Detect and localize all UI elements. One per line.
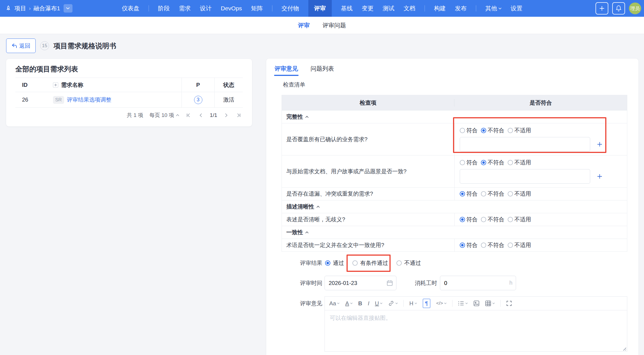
back-button[interactable]: 返回 bbox=[6, 39, 36, 53]
table-button[interactable] bbox=[485, 300, 495, 306]
checklist-row: 表述是否清晰，无歧义? 符合 不符合 不适用 bbox=[282, 213, 627, 226]
column-header-priority[interactable]: P bbox=[181, 78, 214, 92]
review-date-input[interactable] bbox=[325, 276, 396, 290]
radio-conform[interactable]: 符合 bbox=[460, 241, 478, 249]
nav-item-other[interactable]: 其他 bbox=[485, 0, 502, 17]
checklist-section-consistency[interactable]: 一致性 bbox=[282, 226, 627, 239]
radio-not-applicable[interactable]: 不适用 bbox=[508, 190, 531, 198]
conform-radio-group: 符合 不符合 不适用 bbox=[460, 159, 627, 166]
radio-not-conform[interactable]: 不符合 bbox=[481, 241, 504, 249]
radio-conform[interactable]: 符合 bbox=[460, 127, 478, 134]
add-note-button[interactable] bbox=[596, 141, 603, 148]
radio-pass[interactable]: 通过 bbox=[325, 259, 344, 267]
radio-not-applicable[interactable]: 不适用 bbox=[508, 127, 531, 134]
main-menu: 仪表盘 阶段 需求 设计 DevOps 矩阵 交付物 评审 基线 变更 测试 文… bbox=[122, 0, 522, 17]
nav-item-release[interactable]: 发布 bbox=[455, 0, 467, 17]
bold-button[interactable]: B bbox=[358, 300, 362, 307]
nav-item-build[interactable]: 构建 bbox=[434, 0, 446, 17]
image-button[interactable] bbox=[473, 300, 480, 306]
radio-not-applicable[interactable]: 不适用 bbox=[508, 216, 531, 223]
issue-note-input[interactable] bbox=[460, 169, 590, 184]
heading-button[interactable]: H bbox=[409, 300, 417, 307]
checklist-section-completeness[interactable]: 完整性 bbox=[282, 110, 627, 123]
tab-review-opinion[interactable]: 评审意见 bbox=[275, 65, 298, 76]
pagination-total: 共 1 项 bbox=[127, 112, 143, 119]
last-page-button[interactable] bbox=[236, 112, 242, 118]
nav-item-stage[interactable]: 阶段 bbox=[158, 0, 170, 17]
checklist-section-clarity[interactable]: 描述清晰性 bbox=[282, 200, 627, 213]
tab-issue-list[interactable]: 问题列表 bbox=[311, 65, 334, 76]
font-size-button[interactable]: Aa bbox=[329, 300, 340, 307]
review-opinion-row: 评审意见 Aa A B I U bbox=[266, 296, 627, 352]
radio-not-conform[interactable]: 不符合 bbox=[481, 216, 504, 223]
expand-all-icon[interactable] bbox=[53, 82, 58, 88]
nav-item-design[interactable]: 设计 bbox=[200, 0, 212, 17]
radio-not-conform[interactable]: 不符合 bbox=[481, 159, 504, 166]
radio-not-applicable[interactable]: 不适用 bbox=[508, 159, 531, 166]
issue-note-input[interactable] bbox=[460, 137, 590, 152]
resize-handle[interactable] bbox=[622, 347, 626, 351]
add-note-button[interactable] bbox=[596, 173, 603, 180]
toolbar-divider bbox=[452, 300, 452, 307]
nav-item-review[interactable]: 评审 bbox=[308, 0, 332, 17]
section-title: 一致性 bbox=[286, 229, 303, 236]
nav-item-devops[interactable]: DevOps bbox=[221, 0, 242, 17]
nav-divider bbox=[425, 5, 425, 11]
priority-badge[interactable]: 3 bbox=[194, 96, 202, 104]
breadcrumb-project[interactable]: 融合瀑布1 bbox=[33, 4, 60, 12]
prev-page-button[interactable] bbox=[198, 112, 204, 118]
checklist-question: 是否覆盖所有已确认的业务需求? bbox=[282, 123, 455, 155]
nav-item-story[interactable]: 需求 bbox=[179, 0, 191, 17]
page-size-select[interactable]: 每页 10 项 bbox=[149, 112, 179, 119]
nav-item-deliverable[interactable]: 交付物 bbox=[282, 0, 299, 17]
nav-item-test[interactable]: 测试 bbox=[383, 0, 394, 17]
font-color-button[interactable]: A bbox=[345, 300, 352, 307]
requirement-link[interactable]: 评审结果选项调整 bbox=[67, 96, 112, 104]
italic-button[interactable]: I bbox=[368, 300, 369, 307]
link-button[interactable] bbox=[388, 300, 398, 306]
underline-button[interactable]: U bbox=[375, 300, 382, 307]
radio-conform[interactable]: 符合 bbox=[460, 159, 478, 166]
nav-item-matrix[interactable]: 矩阵 bbox=[251, 0, 263, 17]
nav-item-settings[interactable]: 设置 bbox=[511, 0, 522, 17]
radio-not-conform[interactable]: 不符合 bbox=[481, 190, 504, 198]
editor-content-area[interactable]: 可以在编辑器直接贴图。 bbox=[325, 310, 627, 352]
list-button[interactable] bbox=[458, 301, 468, 306]
radio-not-applicable[interactable]: 不适用 bbox=[508, 241, 531, 249]
nav-item-change[interactable]: 变更 bbox=[362, 0, 374, 17]
nav-item-dashboard[interactable]: 仪表盘 bbox=[122, 0, 139, 17]
checklist-question: 术语是否统一定义并在全文中一致使用? bbox=[282, 239, 455, 251]
breadcrumb-app[interactable]: 项目 bbox=[14, 4, 26, 12]
column-header-name[interactable]: 需求名称 bbox=[61, 81, 83, 89]
navbar-actions: 理员 bbox=[595, 0, 641, 17]
radio-fail[interactable]: 不通过 bbox=[396, 259, 421, 267]
nav-divider bbox=[476, 5, 476, 11]
project-switcher-chip[interactable] bbox=[64, 4, 72, 13]
calendar-icon[interactable] bbox=[387, 280, 393, 286]
first-page-button[interactable] bbox=[185, 112, 192, 118]
paragraph-button[interactable]: ¶ bbox=[423, 299, 431, 308]
fullscreen-button[interactable] bbox=[506, 301, 512, 306]
review-id-badge: 15 bbox=[40, 41, 49, 50]
pagination: 共 1 项 每页 10 项 1/1 bbox=[15, 108, 243, 123]
nav-item-baseline[interactable]: 基线 bbox=[341, 0, 353, 17]
chevron-up-icon bbox=[176, 114, 179, 116]
effort-input[interactable] bbox=[440, 276, 516, 290]
nav-divider bbox=[272, 5, 272, 11]
radio-conditional-pass[interactable]: 有条件通过 bbox=[352, 259, 388, 267]
column-header-status[interactable]: 状态 bbox=[214, 78, 243, 92]
code-button[interactable]: </> bbox=[436, 301, 447, 306]
requirements-list-title: 全部的项目需求列表 bbox=[6, 59, 252, 74]
tab-review[interactable]: 评审 bbox=[298, 21, 310, 29]
notification-bell-button[interactable] bbox=[612, 2, 625, 15]
tab-review-issues[interactable]: 评审问题 bbox=[323, 21, 346, 29]
next-page-button[interactable] bbox=[223, 112, 229, 118]
table-row[interactable]: 26 SR 评审结果选项调整 3 激活 bbox=[15, 92, 243, 108]
column-header-id[interactable]: ID bbox=[15, 82, 53, 88]
radio-conform[interactable]: 符合 bbox=[460, 216, 478, 223]
radio-conform[interactable]: 符合 bbox=[460, 190, 478, 198]
nav-item-doc[interactable]: 文档 bbox=[404, 0, 415, 17]
radio-not-conform[interactable]: 不符合 bbox=[481, 127, 504, 134]
create-button[interactable] bbox=[595, 2, 608, 15]
user-avatar[interactable]: 理员 bbox=[629, 3, 641, 14]
